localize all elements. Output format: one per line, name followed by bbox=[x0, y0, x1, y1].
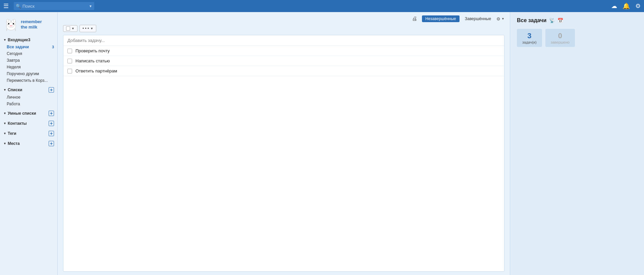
gear-icon: ⚙ bbox=[496, 16, 500, 21]
search-icon: 🔍 bbox=[16, 4, 21, 9]
places-arrow-icon: ▼ bbox=[3, 142, 6, 145]
work-label: Работа bbox=[7, 102, 20, 106]
task-row[interactable]: Написать статью bbox=[63, 56, 504, 66]
calendar-icon[interactable]: 📅 bbox=[557, 18, 563, 23]
more-actions-button[interactable]: • • • ▼ bbox=[79, 25, 96, 32]
add-task-row[interactable] bbox=[63, 35, 504, 46]
sidebar-item-tomorrow[interactable]: Завтра bbox=[0, 57, 57, 64]
svg-point-9 bbox=[13, 19, 15, 22]
search-bar[interactable]: 🔍 ▼ bbox=[14, 2, 94, 10]
more-dropdown-icon: ▼ bbox=[90, 27, 93, 30]
add-tag-button[interactable]: + bbox=[49, 131, 54, 136]
done-count: 0 bbox=[551, 32, 570, 40]
sidebar-section-lists[interactable]: ▼ Списки + bbox=[0, 86, 57, 94]
svg-point-4 bbox=[8, 23, 9, 24]
tasks-label: задач(и) bbox=[522, 40, 537, 44]
tomorrow-label: Завтра bbox=[7, 58, 20, 63]
contacts-arrow-icon: ▼ bbox=[3, 122, 6, 125]
trash-label: Переместить в Корз... bbox=[7, 78, 48, 83]
task-name-1: Проверить почту bbox=[75, 48, 110, 53]
delegated-label: Поручено другим bbox=[7, 71, 39, 76]
inbox-count: 3 bbox=[28, 38, 31, 42]
smart-lists-arrow-icon: ▼ bbox=[3, 112, 6, 115]
topbar: ☰ 🔍 ▼ ☁ 🔔 ⚙ bbox=[0, 0, 644, 12]
task-list-area: Проверить почту Написать статью Ответить… bbox=[63, 35, 504, 272]
svg-point-3 bbox=[8, 22, 14, 28]
app-body: remember the milk ▼ Входящие 3 Все задач… bbox=[0, 12, 644, 275]
task-checkbox-3[interactable] bbox=[67, 69, 72, 73]
sidebar-section-places[interactable]: ▼ Места + bbox=[0, 140, 57, 148]
logo-text: remember the milk bbox=[21, 19, 42, 30]
task-name-2: Написать статью bbox=[75, 58, 110, 63]
add-contact-button[interactable]: + bbox=[49, 121, 54, 126]
task-row[interactable]: Ответить партнёрам bbox=[63, 66, 504, 76]
sidebar-item-personal[interactable]: Личное bbox=[0, 94, 57, 101]
svg-point-6 bbox=[10, 25, 11, 26]
checkbox-dropdown-icon: ▼ bbox=[71, 27, 74, 30]
sidebar-item-week[interactable]: Неделя bbox=[0, 64, 57, 70]
inbox-arrow-icon: ▼ bbox=[3, 38, 6, 42]
action-bar: ▼ • • • ▼ bbox=[63, 25, 504, 32]
lists-label: Списки bbox=[8, 88, 22, 92]
print-icon[interactable]: 🖨 bbox=[412, 16, 417, 22]
panel-title: Все задачи bbox=[517, 17, 546, 23]
checkbox-icon bbox=[66, 26, 70, 31]
search-input[interactable] bbox=[22, 4, 89, 9]
tab-complete[interactable]: Завершённые bbox=[462, 15, 494, 22]
tasks-count: 3 bbox=[522, 32, 537, 40]
sidebar-item-today[interactable]: Сегодня bbox=[0, 50, 57, 57]
tab-incomplete[interactable]: Незавершённые bbox=[422, 15, 460, 22]
cloud-icon[interactable]: ☁ bbox=[611, 2, 617, 10]
all-tasks-count: 3 bbox=[52, 45, 54, 49]
done-label: завершено bbox=[551, 40, 570, 44]
task-checkbox-1[interactable] bbox=[67, 49, 72, 53]
inbox-label: Входящие bbox=[8, 38, 28, 42]
sidebar-item-delegated[interactable]: Поручено другим bbox=[0, 70, 57, 77]
contacts-label: Контакты bbox=[8, 121, 27, 126]
svg-point-5 bbox=[13, 23, 14, 24]
personal-label: Личное bbox=[7, 95, 20, 100]
sidebar-section-smart-lists[interactable]: ▼ Умные списки + bbox=[0, 109, 57, 117]
more-dots-icon: • • • bbox=[83, 26, 89, 31]
sidebar-section-inbox[interactable]: ▼ Входящие 3 bbox=[0, 36, 57, 44]
add-smart-list-button[interactable]: + bbox=[49, 111, 54, 116]
done-stat-box: 0 завершено bbox=[545, 29, 575, 47]
sidebar-item-all-tasks[interactable]: Все задачи 3 bbox=[0, 44, 57, 50]
places-label: Места bbox=[8, 141, 20, 146]
checkbox-action-button[interactable]: ▼ bbox=[63, 25, 77, 32]
task-toolbar: 🖨 Незавершённые Завершённые ⚙ ▼ bbox=[63, 15, 504, 22]
topbar-icons: ☁ 🔔 ⚙ bbox=[611, 2, 641, 10]
logo: remember the milk bbox=[0, 15, 57, 36]
today-label: Сегодня bbox=[7, 51, 22, 56]
cow-logo-image bbox=[4, 17, 18, 32]
sidebar-item-work[interactable]: Работа bbox=[0, 101, 57, 107]
smart-lists-label: Умные списки bbox=[8, 111, 36, 116]
task-name-3: Ответить партнёрам bbox=[75, 68, 117, 73]
tags-label: Теги bbox=[8, 131, 16, 136]
week-label: Неделя bbox=[7, 65, 21, 69]
sidebar: remember the milk ▼ Входящие 3 Все задач… bbox=[0, 12, 58, 275]
menu-icon[interactable]: ☰ bbox=[3, 2, 9, 10]
settings-dropdown-arrow-icon: ▼ bbox=[501, 17, 504, 20]
bell-icon[interactable]: 🔔 bbox=[623, 2, 630, 10]
tags-arrow-icon: ▼ bbox=[3, 132, 6, 135]
lists-arrow-icon: ▼ bbox=[3, 88, 6, 92]
sidebar-item-trash[interactable]: Переместить в Корз... bbox=[0, 77, 57, 84]
stats-row: 3 задач(и) 0 завершено bbox=[517, 29, 637, 47]
right-panel: Все задачи 📡 📅 3 задач(и) 0 завершено bbox=[510, 12, 644, 275]
tasks-stat-box: 3 задач(и) bbox=[517, 29, 542, 47]
task-row[interactable]: Проверить почту bbox=[63, 46, 504, 56]
add-place-button[interactable]: + bbox=[49, 141, 54, 146]
panel-title-row: Все задачи 📡 📅 bbox=[517, 17, 637, 23]
settings-icon[interactable]: ⚙ bbox=[635, 2, 641, 10]
task-settings-button[interactable]: ⚙ ▼ bbox=[496, 16, 504, 21]
sidebar-section-tags[interactable]: ▼ Теги + bbox=[0, 129, 57, 138]
add-task-input[interactable] bbox=[67, 38, 500, 43]
task-checkbox-2[interactable] bbox=[67, 59, 72, 63]
all-tasks-label: Все задачи bbox=[7, 45, 29, 49]
search-dropdown-icon[interactable]: ▼ bbox=[89, 4, 92, 8]
rss-icon[interactable]: 📡 bbox=[549, 18, 555, 23]
add-list-button[interactable]: + bbox=[49, 87, 54, 93]
sidebar-section-contacts[interactable]: ▼ Контакты + bbox=[0, 119, 57, 127]
svg-point-8 bbox=[7, 19, 9, 22]
